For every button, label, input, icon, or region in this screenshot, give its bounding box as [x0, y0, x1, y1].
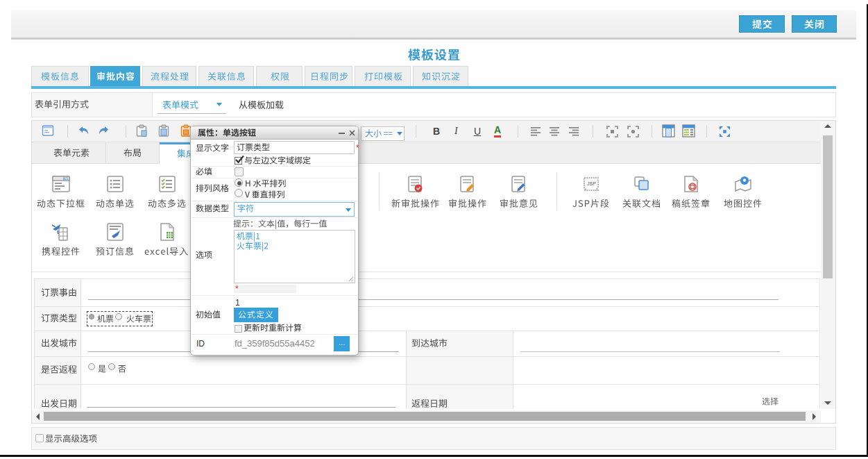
svg-text:JSP: JSP: [587, 181, 596, 186]
